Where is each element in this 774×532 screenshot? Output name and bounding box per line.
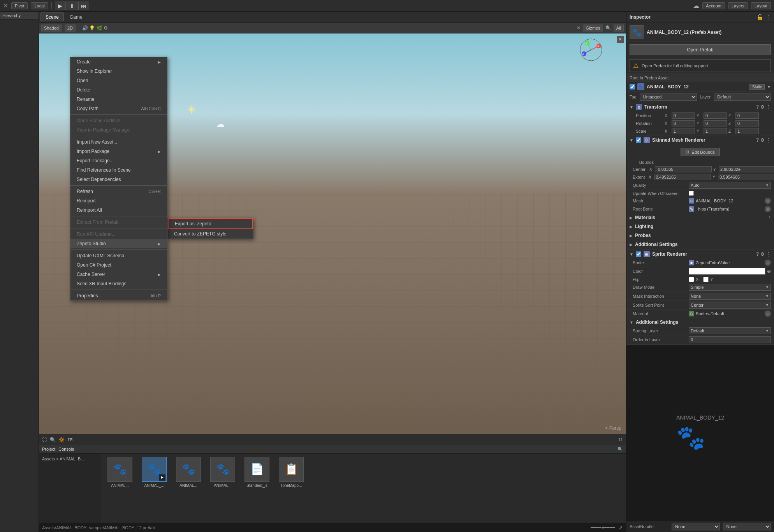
scale-z-input[interactable] xyxy=(735,128,759,134)
scale-y-input[interactable] xyxy=(704,128,727,134)
transform-menu-button[interactable]: ⋮ xyxy=(766,104,771,110)
layer-select[interactable]: Default xyxy=(714,93,771,101)
asset-item-5[interactable]: 📋 ToneMapp... xyxy=(276,457,307,520)
ctx-seed-xr[interactable]: Seed XR Input Bindings xyxy=(70,279,167,288)
skinned-mesh-checkbox[interactable] xyxy=(636,137,641,143)
order-in-layer-input[interactable] xyxy=(689,336,771,343)
account-button[interactable]: Account xyxy=(702,2,725,9)
sprite-renderer-checkbox[interactable] xyxy=(636,251,641,257)
scale-x-input[interactable] xyxy=(672,128,695,134)
ctx-convert-zepeto[interactable]: Convert to ZEPETO style xyxy=(168,229,253,239)
skinned-settings-button[interactable]: ⚙ xyxy=(760,137,765,143)
skinned-help-button[interactable]: ? xyxy=(756,137,759,143)
layout-button[interactable]: Layout xyxy=(751,2,771,9)
play-button[interactable]: ▶ xyxy=(55,2,66,10)
transform-help-button[interactable]: ? xyxy=(756,104,759,110)
pivot-button[interactable]: Pivot xyxy=(11,2,28,9)
update-offscreen-checkbox[interactable] xyxy=(689,191,694,196)
flip-x-checkbox[interactable] xyxy=(689,277,694,282)
center-y-input[interactable] xyxy=(719,166,774,172)
root-bone-select-button[interactable]: ◎ xyxy=(765,206,771,212)
asset-item-1[interactable]: 🐾 ▶ ANIMAL_... xyxy=(139,457,170,520)
ctx-import-new-asset[interactable]: Import New Asset... xyxy=(70,137,167,147)
draw-mode-dropdown[interactable]: Simple ▼ xyxy=(689,284,771,291)
extent-x-input[interactable] xyxy=(654,174,711,180)
ctx-export-package[interactable]: Export Package... xyxy=(70,156,167,165)
ctx-open[interactable]: Open xyxy=(70,76,167,85)
sprite-additional-header[interactable]: ▼ Additional Settings xyxy=(626,318,774,327)
edit-bounds-button[interactable]: ⊡ Edit Bounds xyxy=(681,148,719,156)
flip-y-checkbox[interactable] xyxy=(703,277,709,282)
tag-select[interactable]: Untagged xyxy=(640,93,697,101)
ctx-rename[interactable]: Rename xyxy=(70,95,167,104)
probes-header[interactable]: ▶ Probes xyxy=(626,231,774,240)
color-swatch[interactable] xyxy=(689,268,765,275)
sorting-layer-dropdown[interactable]: Default ▼ xyxy=(689,327,771,334)
sprite-select-button[interactable]: ◎ xyxy=(765,260,771,266)
asset-item-2[interactable]: 🐾 ANIMAL... xyxy=(173,457,204,520)
step-button[interactable]: ⏭ xyxy=(78,2,89,10)
transform-header[interactable]: ▼ ⊕ Transform ? ⚙ ⋮ xyxy=(626,102,774,112)
ctx-delete[interactable]: Delete xyxy=(70,85,167,95)
pos-x-input[interactable] xyxy=(672,112,695,119)
ctx-copy-path[interactable]: Copy Path Alt+Ctrl+C xyxy=(70,104,167,113)
layers-button[interactable]: Layers xyxy=(728,2,748,9)
pause-button[interactable]: ⏸ xyxy=(67,2,77,10)
sprite-material-select-button[interactable]: ◎ xyxy=(765,311,771,317)
asset-item-3[interactable]: 🐾 ANIMAL... xyxy=(207,457,238,520)
materials-header[interactable]: ▶ Materials 1 xyxy=(626,213,774,222)
open-prefab-button[interactable]: Open Prefab xyxy=(630,44,771,55)
mesh-renderer-header[interactable]: ▼ ⬡ Skinned Mesh Renderer ? ⚙ ⋮ xyxy=(626,135,774,145)
eyedropper-button[interactable]: ⊕ xyxy=(767,269,771,274)
asset-item-0[interactable]: 🐾 ANIMAL... xyxy=(104,457,135,520)
2d-button[interactable]: 2D xyxy=(65,25,76,32)
asset-bundle-select[interactable]: None xyxy=(672,523,720,530)
sprite-menu-button[interactable]: ⋮ xyxy=(766,251,771,257)
ctx-show-explorer[interactable]: Show in Explorer xyxy=(70,67,167,76)
ctx-create[interactable]: Create ▶ xyxy=(70,57,167,67)
ctx-select-deps[interactable]: Select Dependencies xyxy=(70,175,167,184)
rot-y-input[interactable] xyxy=(704,120,727,126)
ctx-reimport-all[interactable]: Reimport All xyxy=(70,205,167,215)
asset-bundle-variant-select[interactable]: None xyxy=(723,523,771,530)
ctx-reimport[interactable]: Reimport xyxy=(70,196,167,205)
local-button[interactable]: Local xyxy=(31,2,48,9)
asset-item-4[interactable]: 📄 Standard_js xyxy=(241,457,273,520)
tab-scene[interactable]: Scene xyxy=(40,12,64,21)
rot-x-input[interactable] xyxy=(672,120,695,126)
pos-y-input[interactable] xyxy=(704,112,727,119)
center-x-input[interactable] xyxy=(655,166,712,172)
shaded-button[interactable]: Shaded xyxy=(41,25,62,32)
sprite-sort-dropdown[interactable]: Center ▼ xyxy=(689,302,771,309)
mesh-select-button[interactable]: ◎ xyxy=(765,198,771,204)
ctx-properties[interactable]: Properties... Alt+P xyxy=(70,291,167,300)
ctx-export-zepeto[interactable]: Export as .zepeto xyxy=(168,218,253,229)
rot-z-input[interactable] xyxy=(735,120,759,126)
console-label[interactable]: Console xyxy=(58,447,74,451)
ctx-import-package[interactable]: Import Package ▶ xyxy=(70,147,167,156)
pos-z-input[interactable] xyxy=(735,112,759,119)
ctx-update-uxml[interactable]: Update UXML Schema xyxy=(70,251,167,260)
ctx-open-csharp[interactable]: Open C# Project xyxy=(70,260,167,270)
component-checkbox[interactable] xyxy=(630,84,635,90)
gizmos-button[interactable]: Gizmos xyxy=(583,25,603,32)
all-button[interactable]: All xyxy=(614,25,624,32)
sprite-settings-button[interactable]: ⚙ xyxy=(760,251,765,257)
quality-dropdown[interactable]: Auto ▼ xyxy=(689,182,771,189)
viewport-close-button[interactable]: ✕ xyxy=(617,36,624,43)
extent-y-input[interactable] xyxy=(718,174,774,180)
lighting-header[interactable]: ▶ Lighting xyxy=(626,222,774,231)
sprite-help-button[interactable]: ? xyxy=(756,251,759,257)
ctx-cache-server[interactable]: Cache Server ▶ xyxy=(70,270,167,279)
inspector-lock-button[interactable]: 🔓 xyxy=(756,14,763,20)
ctx-zepeto-studio[interactable]: Zepeto Studio ▶ xyxy=(70,239,167,248)
skinned-menu-button[interactable]: ⋮ xyxy=(766,137,771,143)
ctx-find-references[interactable]: Find References In Scene xyxy=(70,165,167,175)
inspector-menu-button[interactable]: ⋮ xyxy=(765,14,771,20)
ctx-refresh[interactable]: Refresh Ctrl+R xyxy=(70,187,167,196)
sprite-renderer-header[interactable]: ▼ ▣ Sprite Renderer ? ⚙ ⋮ xyxy=(626,249,774,259)
transform-settings-button[interactable]: ⚙ xyxy=(760,104,765,110)
additional-settings-skinned-header[interactable]: ▶ Additional Settings xyxy=(626,240,774,249)
tab-game[interactable]: Game xyxy=(65,12,88,21)
mask-interaction-dropdown[interactable]: None ▼ xyxy=(689,293,771,300)
